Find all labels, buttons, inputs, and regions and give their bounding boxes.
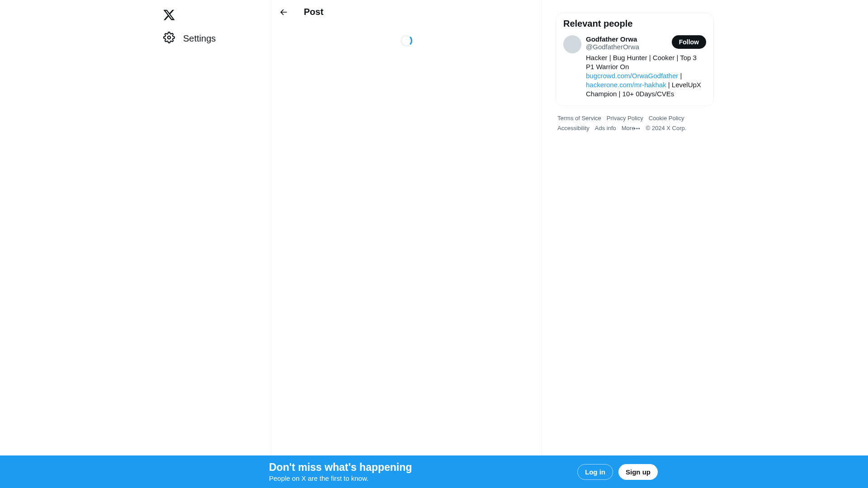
signup-button[interactable]: Sign up	[618, 464, 658, 480]
bio-link-bugcrowd[interactable]: bugcrowd.com/OrwaGodfather	[586, 72, 678, 80]
footer-link-cookie[interactable]: Cookie Policy	[649, 114, 684, 122]
sidebar: Settings	[154, 0, 271, 488]
gear-icon	[163, 32, 175, 46]
main-column: Post	[271, 0, 542, 488]
sidebar-item-label: Settings	[183, 33, 216, 44]
relevant-people-row: Godfather Orwa @GodfatherOrwa Follow Hac…	[563, 35, 706, 99]
relevant-people-card: Relevant people Godfather Orwa @Godfathe…	[556, 13, 714, 106]
loading-indicator	[271, 35, 542, 47]
arrow-left-icon	[279, 8, 288, 17]
x-logo[interactable]	[158, 4, 180, 26]
back-button[interactable]	[276, 5, 291, 20]
footer-link-terms[interactable]: Terms of Service	[557, 114, 601, 122]
follow-button[interactable]: Follow	[672, 35, 706, 49]
footer-link-ads[interactable]: Ads info	[595, 124, 616, 132]
person-name[interactable]: Godfather Orwa	[586, 35, 639, 43]
footer-link-more[interactable]: More •••	[622, 124, 641, 132]
banner-subline: People on X are the first to know.	[269, 474, 412, 482]
x-logo-icon	[163, 9, 175, 21]
signup-banner: Don't miss what's happening People on X …	[0, 455, 868, 488]
main-header: Post	[271, 0, 542, 24]
sidebar-item-settings[interactable]: Settings	[158, 26, 221, 51]
footer-link-accessibility[interactable]: Accessibility	[557, 124, 590, 132]
footer-link-privacy[interactable]: Privacy Policy	[607, 114, 643, 122]
spinner-icon	[401, 35, 412, 47]
right-sidebar: Relevant people Godfather Orwa @Godfathe…	[556, 0, 714, 488]
person-bio: Hacker | Bug Hunter | Cooker | Top 3 P1 …	[586, 53, 706, 99]
relevant-people-title: Relevant people	[563, 19, 706, 29]
avatar[interactable]	[563, 35, 581, 53]
bio-link-hackerone[interactable]: hackerone.com/mr-hakhak	[586, 81, 666, 89]
person-handle[interactable]: @GodfatherOrwa	[586, 43, 639, 51]
svg-point-0	[168, 36, 171, 39]
footer-copyright: © 2024 X Corp.	[646, 124, 687, 132]
footer-links: Terms of Service Privacy Policy Cookie P…	[556, 114, 714, 132]
login-button[interactable]: Log in	[577, 464, 613, 480]
page-title: Post	[304, 7, 323, 17]
banner-headline: Don't miss what's happening	[269, 461, 412, 474]
ellipsis-icon: •••	[634, 126, 641, 131]
